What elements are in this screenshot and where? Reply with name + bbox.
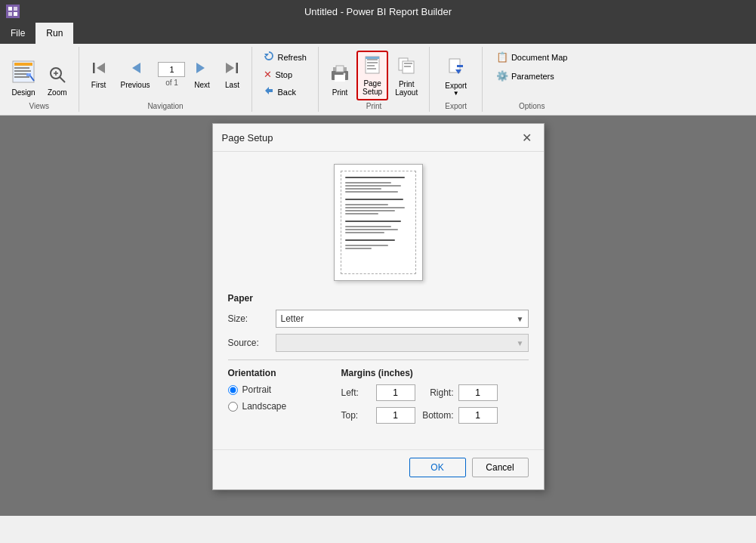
app-icon [6, 5, 20, 18]
page-number-input[interactable] [158, 62, 185, 77]
two-column-area: Orientation Portrait Landscape Margins (… [228, 368, 529, 430]
left-margin-input[interactable] [376, 384, 415, 401]
ribbon-group-export: Export ▼ Export [430, 47, 483, 112]
print-group-label: Print [325, 102, 423, 110]
page-setup-icon [363, 55, 382, 78]
back-button[interactable]: Back [258, 83, 312, 100]
preview-line [345, 232, 385, 233]
print-layout-label: PrintLayout [395, 80, 418, 97]
svg-marker-18 [97, 63, 105, 73]
svg-line-14 [60, 77, 65, 82]
svg-rect-3 [8, 12, 12, 16]
dialog-titlebar: Page Setup ✕ [213, 124, 544, 152]
zoom-label: Zoom [48, 88, 67, 97]
document-map-button[interactable]: 📋 Document Map [491, 48, 573, 66]
parameters-button[interactable]: ⚙️ Parameters [491, 67, 560, 85]
source-label: Source: [228, 338, 270, 348]
portrait-radio-row: Portrait [228, 384, 326, 395]
svg-point-29 [344, 73, 346, 76]
landscape-label[interactable]: Landscape [242, 401, 287, 412]
top-margin-input[interactable] [376, 407, 415, 424]
menu-tab-run[interactable]: Run [35, 23, 73, 44]
first-button[interactable]: First [85, 56, 113, 93]
dialog-close-button[interactable]: ✕ [520, 130, 535, 145]
first-icon [91, 60, 107, 79]
page-setup-label: PageSetup [363, 79, 382, 96]
parameters-icon: ⚙️ [496, 70, 508, 82]
preview-line [345, 229, 398, 230]
last-icon [224, 60, 240, 79]
last-button[interactable]: Last [218, 56, 245, 93]
export-group-label: Export [436, 102, 476, 110]
svg-marker-19 [132, 63, 140, 73]
top-bottom-margin-row: Top: Bottom: [341, 407, 529, 424]
refresh-button[interactable]: Refresh [258, 48, 312, 66]
left-margin-label: Left: [341, 387, 372, 398]
preview-line [345, 177, 405, 178]
zoom-button[interactable]: Zoom [42, 62, 73, 100]
preview-line [345, 213, 378, 214]
size-select-wrapper: Letter A4 A3 Legal ▼ [276, 310, 529, 328]
svg-marker-21 [226, 63, 234, 73]
portrait-label[interactable]: Portrait [242, 384, 272, 395]
svg-rect-7 [14, 67, 29, 69]
back-icon [264, 85, 274, 98]
menu-bar: File Run [0, 23, 756, 44]
bottom-margin-label: Bottom: [420, 410, 454, 421]
margins-section-title: Margins (inches) [341, 368, 529, 378]
svg-rect-27 [335, 75, 345, 82]
next-label: Next [194, 81, 210, 89]
svg-rect-34 [367, 68, 376, 69]
preview-line [345, 221, 402, 222]
export-label: Export [445, 82, 467, 90]
window-title: Untitled - Power BI Report Builder [304, 6, 452, 17]
preview-line [345, 185, 402, 187]
paper-source-select[interactable] [276, 334, 529, 352]
svg-rect-17 [93, 63, 95, 73]
page-setup-button[interactable]: PageSetup [356, 51, 388, 100]
refresh-icon [264, 51, 274, 63]
preview-line [345, 199, 403, 200]
preview-line [345, 239, 395, 241]
print-layout-button[interactable]: PrintLayout [390, 52, 423, 100]
title-bar: Untitled - Power BI Report Builder [0, 0, 756, 23]
ribbon-group-views: Design Zoom views [0, 47, 79, 112]
menu-tab-file[interactable]: File [0, 23, 35, 44]
right-margin-label: Right: [420, 387, 454, 398]
ribbon-group-print: Print PageSetup [319, 47, 430, 112]
page-setup-dialog: Page Setup ✕ [212, 123, 545, 490]
design-label: Design [11, 88, 35, 97]
export-button[interactable]: Export ▼ [440, 54, 472, 100]
svg-rect-35 [366, 57, 379, 59]
bottom-margin-input[interactable] [458, 407, 498, 424]
svg-rect-28 [336, 66, 344, 72]
design-button[interactable]: Design [6, 56, 41, 100]
document-map-icon: 📋 [496, 51, 508, 63]
stop-button[interactable]: ✕ Stop [258, 66, 312, 82]
orientation-section-title: Orientation [228, 368, 326, 378]
print-layout-icon [397, 56, 416, 79]
margins-column: Margins (inches) Left: Right: Top: Botto… [341, 368, 529, 430]
ribbon-group-refresh: Refresh ✕ Stop Back [252, 47, 319, 112]
previous-button[interactable]: Previous [116, 56, 156, 93]
next-icon [193, 60, 210, 79]
preview-line [345, 245, 388, 246]
next-button[interactable]: Next [188, 56, 215, 93]
first-label: First [91, 81, 106, 89]
page-of-label: of 1 [165, 79, 178, 87]
export-icon [446, 57, 466, 80]
zoom-icon [48, 66, 66, 87]
svg-rect-32 [367, 62, 378, 63]
right-margin-input[interactable] [458, 384, 498, 401]
section-divider [228, 359, 529, 360]
portrait-radio[interactable] [228, 385, 238, 395]
preview-content [339, 169, 418, 257]
preview-line [345, 182, 392, 184]
dialog-title: Page Setup [222, 132, 273, 143]
landscape-radio[interactable] [228, 402, 238, 412]
svg-marker-24 [265, 87, 273, 94]
paper-size-select[interactable]: Letter A4 A3 Legal [276, 310, 529, 328]
ok-button[interactable]: OK [409, 458, 466, 477]
cancel-button[interactable]: Cancel [472, 458, 529, 477]
print-button[interactable]: Print [325, 60, 355, 100]
